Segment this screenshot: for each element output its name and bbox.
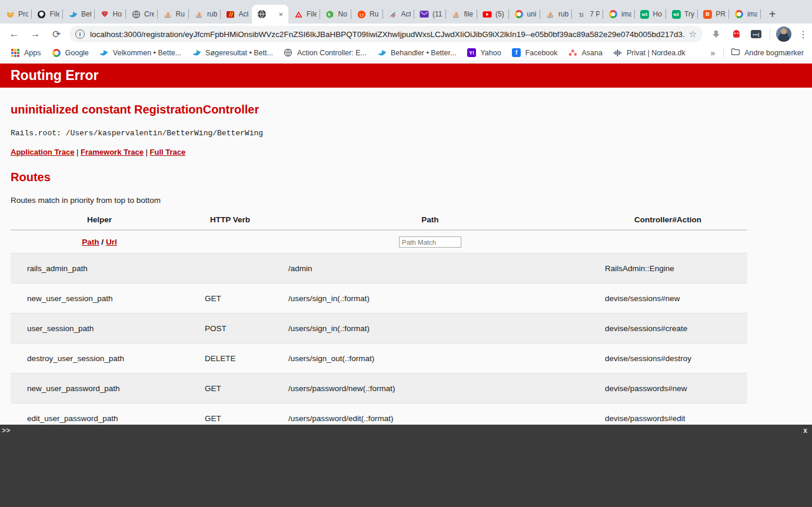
- route-verb-cell: GET: [188, 403, 272, 425]
- helper-url-toggle[interactable]: Url: [106, 238, 117, 246]
- tab[interactable]: (11: [414, 5, 446, 24]
- blogger-icon: B: [703, 9, 713, 19]
- tab-active[interactable]: ×: [252, 5, 288, 24]
- tab[interactable]: Ru: [351, 5, 383, 24]
- full-trace-link[interactable]: Full Trace: [150, 148, 186, 156]
- framework-trace-link[interactable]: Framework Trace: [81, 148, 144, 156]
- header-path: Path: [272, 213, 588, 230]
- bookmark-label: Velkommen • Bette...: [113, 49, 181, 57]
- page-info-icon[interactable]: i: [75, 29, 85, 39]
- route-action-cell: RailsAdmin::Engine: [588, 254, 747, 283]
- chrome-menu-icon[interactable]: ⋮: [798, 29, 808, 40]
- tab-label: Ru: [370, 10, 378, 18]
- tab[interactable]: Ho: [95, 5, 127, 24]
- other-bookmarks-folder[interactable]: Andre bogmærker: [731, 47, 804, 58]
- stackoverflow-icon: [451, 9, 461, 19]
- route-row: edit_user_password_pathGET/users/passwor…: [11, 403, 747, 425]
- tab[interactable]: (5): [477, 5, 509, 24]
- bookmark-item[interactable]: Privat | Nordea.dk: [613, 48, 685, 58]
- tab[interactable]: ima: [729, 5, 761, 24]
- forward-button[interactable]: →: [28, 27, 42, 41]
- bookmark-label: Asana: [582, 49, 603, 57]
- route-verb-cell: DELETE: [188, 343, 272, 373]
- tab[interactable]: ima: [603, 5, 635, 24]
- tab[interactable]: File: [288, 5, 320, 24]
- tab-label: PR: [716, 10, 726, 18]
- tab[interactable]: Ru: [158, 5, 189, 24]
- reload-button[interactable]: ⟳: [49, 27, 64, 41]
- rails-root-path: Rails.root: /Users/kaspervalentin/Better…: [11, 129, 812, 138]
- console-prompt[interactable]: >>: [2, 427, 10, 435]
- tab[interactable]: Act: [383, 5, 415, 24]
- route-action-cell: devise/sessions#create: [588, 313, 747, 343]
- google-icon: [52, 48, 61, 58]
- tab[interactable]: No: [320, 5, 352, 24]
- tab[interactable]: file: [446, 5, 478, 24]
- tab[interactable]: rub: [540, 5, 572, 24]
- route-row: new_user_session_pathGET/users/sign_in(.…: [11, 283, 747, 313]
- ruby-gem-icon: [100, 9, 109, 19]
- tab[interactable]: BPR: [698, 5, 730, 24]
- b-glyph-icon: Ɓ: [577, 9, 587, 19]
- bookmark-item[interactable]: Google: [52, 48, 89, 58]
- bookmark-item[interactable]: Y!Yahoo: [467, 48, 501, 58]
- tab[interactable]: File: [32, 5, 64, 24]
- tab-label: uni: [527, 10, 537, 18]
- helper-path-toggle[interactable]: Path: [82, 238, 99, 246]
- route-helper-cell: destroy_user_session_path: [11, 343, 188, 373]
- tab[interactable]: w3Try: [666, 5, 698, 24]
- console-close-icon[interactable]: x: [803, 426, 807, 435]
- application-trace-link[interactable]: Application Trace: [11, 148, 74, 156]
- tab-label: Act: [401, 10, 411, 18]
- stackoverflow-icon: [545, 9, 555, 19]
- tab[interactable]: w3Ho: [635, 5, 667, 24]
- tab-label: File: [50, 10, 60, 18]
- url-text[interactable]: localhost:3000/registration/eyJfcmFpbHMi…: [90, 30, 684, 39]
- tab-label: file: [464, 10, 473, 18]
- tab[interactable]: Act: [221, 5, 252, 24]
- profile-avatar[interactable]: [776, 26, 791, 42]
- bookmark-label: Apps: [24, 49, 41, 57]
- google-icon: [734, 9, 744, 19]
- bookmark-item[interactable]: Action Controller: E...: [284, 48, 367, 58]
- route-path-cell: /users/sign_in(.:format): [272, 313, 588, 343]
- tab-label: Ho: [113, 10, 122, 18]
- bookmark-item[interactable]: Apps: [11, 48, 41, 58]
- tab[interactable]: Pro: [0, 5, 32, 24]
- address-bar[interactable]: i localhost:3000/registration/eyJfcmFpbH…: [69, 26, 703, 42]
- folder-icon: [731, 47, 740, 58]
- tab[interactable]: Bet: [63, 5, 95, 24]
- bookmark-star-icon[interactable]: ☆: [689, 29, 697, 39]
- bookmark-item[interactable]: Søgeresultat • Bett...: [192, 48, 273, 58]
- card-dots-icon[interactable]: •••|: [750, 28, 763, 41]
- rails-guides-icon: [226, 9, 235, 19]
- route-verb-cell: [188, 254, 272, 283]
- robot-red-icon[interactable]: [730, 28, 743, 41]
- tab-label: ima: [621, 10, 631, 18]
- bookmark-item[interactable]: Behandler • Better...: [377, 48, 456, 58]
- bluebird-icon: [68, 9, 78, 19]
- bookmark-item[interactable]: fFacebook: [512, 48, 558, 58]
- web-console-panel[interactable]: >> x: [0, 425, 812, 507]
- tab-label: Ho: [653, 10, 662, 18]
- tab[interactable]: rub: [189, 5, 221, 24]
- tab-label: (11: [432, 10, 442, 18]
- route-verb-cell: GET: [188, 283, 272, 313]
- tab[interactable]: uni: [509, 5, 541, 24]
- tab[interactable]: Ɓ7 P: [572, 5, 604, 24]
- tab-label: Try: [684, 10, 694, 18]
- bookmark-item[interactable]: Velkommen • Bette...: [99, 48, 181, 58]
- tab-close-icon[interactable]: ×: [277, 10, 285, 19]
- yahoo-icon: Y!: [467, 48, 476, 58]
- bookmark-item[interactable]: Asana: [568, 48, 603, 58]
- bookmarks-overflow-chevron[interactable]: »: [710, 48, 715, 58]
- download-arrow-icon[interactable]: [710, 28, 723, 41]
- path-match-input[interactable]: [399, 236, 461, 248]
- tab[interactable]: Cre: [126, 5, 158, 24]
- new-tab-button[interactable]: +: [764, 6, 781, 22]
- back-button[interactable]: ←: [7, 27, 21, 41]
- route-row: user_session_pathPOST/users/sign_in(.:fo…: [11, 313, 747, 343]
- bookmark-label: Behandler • Better...: [391, 49, 456, 57]
- routes-table: Helper HTTP Verb Path Controller#Action …: [11, 213, 747, 425]
- route-path-cell: /users/password/edit(.:format): [272, 403, 588, 425]
